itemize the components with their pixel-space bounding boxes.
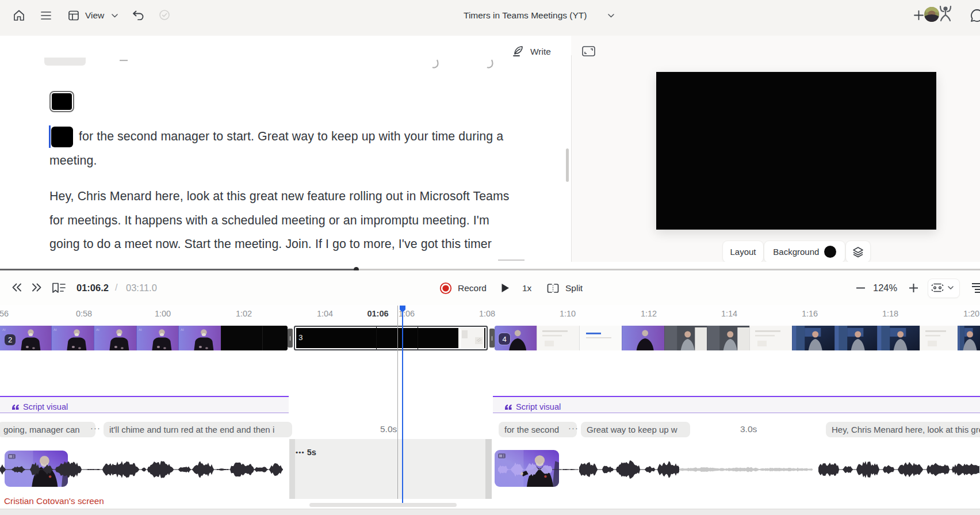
- svg-text:AI: AI: [181, 328, 184, 331]
- svg-text:AI: AI: [53, 328, 57, 331]
- svg-text:AI: AI: [139, 328, 142, 331]
- svg-text:AI: AI: [2, 328, 6, 331]
- svg-text:AI: AI: [96, 328, 99, 331]
